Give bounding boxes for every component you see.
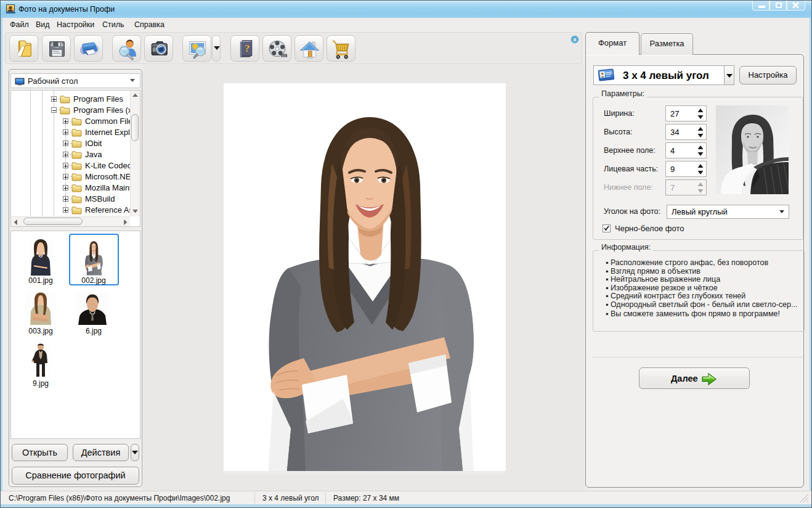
svg-text:?: ?	[245, 42, 250, 54]
